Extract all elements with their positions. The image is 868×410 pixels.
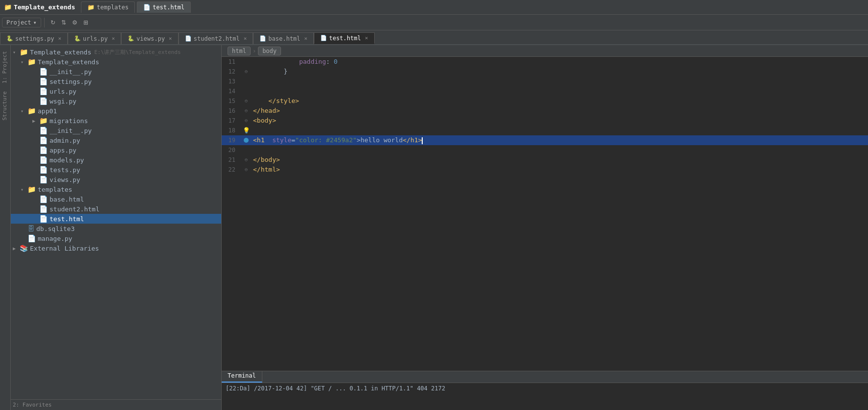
text-cursor [422,137,423,144]
tree-tests-py[interactable]: ▶ 📄 tests.py [11,165,221,175]
code-line-17: 17 ⊖ <body> [222,116,868,126]
fold-21[interactable]: ⊖ [245,155,248,165]
manage-label: manage.py [38,235,72,242]
templates-arrow: ▾ [21,187,27,192]
breakpoint-19[interactable] [244,138,249,143]
project-dropdown-label: Project [6,19,31,26]
fold-22[interactable]: ⊖ [245,165,248,175]
views-label: views.py [50,176,80,183]
file-tabs: 🐍 settings.py × 🐍 urls.py × 🐍 views.py ×… [0,30,868,45]
file-tab-base[interactable]: 📄 base.html × [253,32,314,44]
fold-12[interactable]: ⊖ [245,67,248,77]
toolbar-history-btn[interactable]: ⊞ [80,18,91,27]
code-line-16: 16 ⊖ </head> [222,106,868,116]
code-line-11: 11 padding: 0 [222,57,868,67]
settings-file-icon: 🐍 [6,35,13,42]
test-html-icon: 📄 [39,215,48,223]
tree-init-py-1[interactable]: ▶ 📄 __init__.py [11,67,221,77]
breadcrumb-body[interactable]: body [258,47,281,55]
code-line-14: 14 [222,86,868,96]
toolbar-sync-btn[interactable]: ⇅ [58,18,69,27]
tree-apps-py[interactable]: ▶ 📄 apps.py [11,145,221,155]
app01-icon: 📁 [27,107,36,115]
file-tab-testhtml-close[interactable]: × [365,35,368,41]
file-tab-views-label: views.py [136,35,165,42]
tree-db-sqlite3[interactable]: ▶ 🗄 db.sqlite3 [11,224,221,233]
settings-icon: 📄 [39,77,48,85]
db-label: db.sqlite3 [36,225,75,232]
tree-student2-html[interactable]: ▶ 📄 student2.html [11,204,221,214]
file-tab-urls-close[interactable]: × [112,35,115,42]
toolbar-settings-btn[interactable]: ⚙ [69,18,80,27]
folder-te-label: Template_extends [38,58,99,66]
file-tab-testhtml-label: test.html [329,35,361,42]
base-html-label: base.html [50,196,84,203]
tree-wsgi-py[interactable]: ▶ 📄 wsgi.py [11,96,221,106]
file-tab-settings[interactable]: 🐍 settings.py × [0,32,68,44]
fold-15[interactable]: ⊖ [245,96,248,106]
app01-label: app01 [38,107,57,115]
fold-17[interactable]: ⊖ [245,116,248,126]
tree-external-libs[interactable]: ▶ 📚 External Libraries [11,243,221,253]
terminal-tab-label: Terminal [228,372,256,379]
root-folder-icon: 📁 [20,48,28,56]
tree-admin-py[interactable]: ▶ 📄 admin.py [11,135,221,145]
title-tab-testhtml[interactable]: 📄 test.html [137,1,191,13]
fold-16[interactable]: ⊖ [245,106,248,116]
tree-folder-templates[interactable]: ▾ 📁 templates [11,184,221,194]
folder-te-icon: 📁 [27,58,36,66]
manage-icon: 📄 [27,234,36,242]
migrations-label: migrations [50,117,88,125]
file-tab-views[interactable]: 🐍 views.py × [121,32,178,44]
extlibs-icon: 📚 [20,244,28,252]
student2-html-icon: 📄 [39,205,48,213]
file-tab-student2[interactable]: 📄 student2.html × [179,32,254,44]
file-tab-testhtml[interactable]: 📄 test.html × [314,32,375,44]
test-html-label: test.html [50,215,84,223]
tree-folder-app01[interactable]: ▾ 📁 app01 [11,106,221,116]
tree-folder-template-extends[interactable]: ▾ 📁 Template_extends [11,57,221,67]
file-tab-views-close[interactable]: × [169,35,172,42]
urls-label: urls.py [50,88,77,95]
admin-icon: 📄 [39,136,48,144]
code-line-21: 21 ⊖ </body> [222,155,868,165]
dropdown-arrow: ▾ [33,19,37,26]
file-tab-student2-close[interactable]: × [244,35,247,42]
code-editor[interactable]: 11 padding: 0 12 ⊖ } 13 [222,57,868,371]
vtab-structure[interactable]: Structure [0,87,10,125]
vtab-project[interactable]: 1: Project [0,47,10,87]
tree-test-html[interactable]: ▶ 📄 test.html [11,214,221,224]
tree-manage-py[interactable]: ▶ 📄 manage.py [11,233,221,243]
student2-html-label: student2.html [50,205,100,213]
project-dropdown[interactable]: Project ▾ [2,18,41,27]
sidebar: ▾ 📁 Template_extends E:\讲产三期\Template_ex… [11,45,222,410]
toolbar-refresh-btn[interactable]: ↻ [48,18,58,27]
title-tab-templates[interactable]: 📁 templates [81,1,135,13]
tree-base-html[interactable]: ▶ 📄 base.html [11,194,221,204]
breadcrumb-bar: html › body [222,45,868,57]
tree-init-py-2[interactable]: ▶ 📄 __init__.py [11,126,221,135]
file-tab-base-close[interactable]: × [304,35,307,42]
tree-folder-migrations[interactable]: ▶ 📁 migrations [11,116,221,126]
student2-file-icon: 📄 [185,35,192,42]
tree-views-py[interactable]: ▶ 📄 views.py [11,175,221,184]
tree-models-py[interactable]: ▶ 📄 models.py [11,155,221,165]
lightbulb-18[interactable]: 💡 [243,126,250,135]
tree-root[interactable]: ▾ 📁 Template_extends E:\讲产三期\Template_ex… [11,47,221,57]
extlibs-label: External Libraries [30,245,99,252]
tree-settings-py[interactable]: ▶ 📄 settings.py [11,77,221,86]
app01-arrow: ▾ [21,108,27,114]
code-line-15: 15 ⊖ </style> [222,96,868,106]
tests-label: tests.py [50,166,80,174]
admin-label: admin.py [50,137,80,144]
file-tab-settings-close[interactable]: × [58,35,61,42]
root-arrow: ▾ [13,50,20,55]
tree-urls-py[interactable]: ▶ 📄 urls.py [11,86,221,96]
sidebar-favorites-bar: 2: Favorites [11,399,221,410]
terminal-tab[interactable]: Terminal [222,371,262,383]
code-line-20: 20 [222,145,868,155]
toolbar: Project ▾ ↻ ⇅ ⚙ ⊞ [0,15,868,30]
bottom-tabs: Terminal [222,371,868,383]
file-tab-urls[interactable]: 🐍 urls.py × [68,32,121,44]
breadcrumb-html[interactable]: html [228,47,251,55]
